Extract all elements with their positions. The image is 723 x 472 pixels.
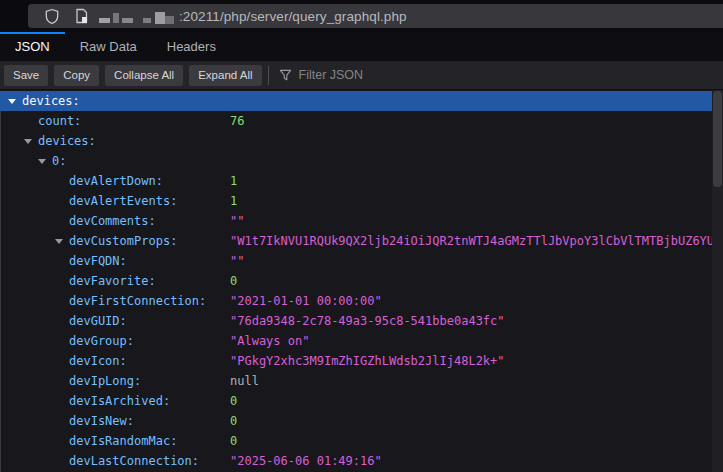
filter-json-placeholder: Filter JSON xyxy=(299,68,364,82)
json-value: 76 xyxy=(230,114,244,128)
vertical-scrollbar[interactable] xyxy=(712,90,723,472)
json-row-devGUID[interactable]: devGUID:"76da9348-2c78-49a3-95c8-541bbe0… xyxy=(0,311,712,331)
json-row-devIsArchived[interactable]: devIsArchived:0 xyxy=(0,391,712,411)
browser-toolbar: :20211/php/server/query_graphql.php xyxy=(0,0,723,32)
json-value: "" xyxy=(230,214,244,228)
json-row-devIsRandomMac[interactable]: devIsRandomMac:0 xyxy=(0,431,712,451)
filter-json-input[interactable]: Filter JSON xyxy=(277,68,723,82)
json-value: "2021-01-01 00:00:00" xyxy=(230,294,382,308)
json-key: count: xyxy=(38,114,81,128)
active-tab-indicator xyxy=(0,32,65,34)
json-row-devIsNew[interactable]: devIsNew:0 xyxy=(0,411,712,431)
copy-button[interactable]: Copy xyxy=(54,65,99,86)
json-row-count[interactable]: count:76 xyxy=(0,111,712,131)
page-document-icon[interactable] xyxy=(74,8,89,24)
json-value: 0 xyxy=(230,394,237,408)
save-button[interactable]: Save xyxy=(4,65,48,86)
json-viewer-toolbar: Save Copy Collapse All Expand All Filter… xyxy=(0,61,723,90)
browser-window: :20211/php/server/query_graphql.php JSON… xyxy=(0,0,723,472)
json-key: devCustomProps: xyxy=(69,234,177,248)
json-key: devIpLong: xyxy=(69,374,141,388)
json-value: 0 xyxy=(230,414,237,428)
json-row-devAlertDown[interactable]: devAlertDown:1 xyxy=(0,171,712,191)
json-row-devComments[interactable]: devComments:"" xyxy=(0,211,712,231)
json-value: "76da9348-2c78-49a3-95c8-541bbe0a43fc" xyxy=(230,314,505,328)
tab-raw-data-label: Raw Data xyxy=(80,39,137,54)
redacted-host-pixelation xyxy=(99,8,177,24)
json-value: null xyxy=(230,374,259,388)
json-value: 0 xyxy=(230,274,237,288)
expand-all-button[interactable]: Expand All xyxy=(189,65,261,86)
json-key: devices: xyxy=(22,94,80,108)
json-row-devCustomProps[interactable]: devCustomProps:"W1t7IkNVU1RQUk9QX2ljb24i… xyxy=(0,231,712,251)
json-key: devIcon: xyxy=(69,354,127,368)
json-tree-panel: devices:count:76devices:0:devAlertDown:1… xyxy=(0,90,723,472)
json-value: "PGkgY2xhc3M9ImZhIGZhLWdsb2JlIj48L2k+" xyxy=(230,354,505,368)
json-row-devFQDN[interactable]: devFQDN:"" xyxy=(0,251,712,271)
json-row-devFavorite[interactable]: devFavorite:0 xyxy=(0,271,712,291)
json-key: devComments: xyxy=(69,214,156,228)
json-key: devLastConnection: xyxy=(69,454,199,468)
json-key: devAlertEvents: xyxy=(69,194,177,208)
tab-headers[interactable]: Headers xyxy=(152,32,231,61)
toolbar-separator xyxy=(268,66,269,85)
url-bar[interactable]: :20211/php/server/query_graphql.php xyxy=(28,4,723,28)
json-row-devFirstConnection[interactable]: devFirstConnection:"2021-01-01 00:00:00" xyxy=(0,291,712,311)
json-key: devFQDN: xyxy=(69,254,127,268)
json-row-devices[interactable]: devices: xyxy=(0,91,712,111)
url-text: :20211/php/server/query_graphql.php xyxy=(179,9,407,24)
collapse-all-button[interactable]: Collapse All xyxy=(105,65,183,86)
tab-raw-data[interactable]: Raw Data xyxy=(65,32,152,61)
json-row-devAlertEvents[interactable]: devAlertEvents:1 xyxy=(0,191,712,211)
json-row-devIpLong[interactable]: devIpLong:null xyxy=(0,371,712,391)
json-value: "W1t7IkNVU1RQUk9QX2ljb24iOiJQR2tnWTJ4aGM… xyxy=(230,234,723,248)
scrollbar-thumb[interactable] xyxy=(713,91,722,187)
tab-json[interactable]: JSON xyxy=(0,32,65,61)
json-value: "" xyxy=(230,254,244,268)
json-value: 1 xyxy=(230,194,237,208)
tab-headers-label: Headers xyxy=(167,39,216,54)
json-key: devFavorite: xyxy=(69,274,156,288)
json-row-devIcon[interactable]: devIcon:"PGkgY2xhc3M9ImZhIGZhLWdsb2JlIj4… xyxy=(0,351,712,371)
json-value: "2025-06-06 01:49:16" xyxy=(230,454,382,468)
json-key: devGroup: xyxy=(69,334,134,348)
json-key: devAlertDown: xyxy=(69,174,163,188)
json-row-devGroup[interactable]: devGroup:"Always on" xyxy=(0,331,712,351)
json-value: 1 xyxy=(230,174,237,188)
tab-json-label: JSON xyxy=(15,39,50,54)
expand-collapse-twisty-icon[interactable] xyxy=(38,159,46,164)
json-key: devFirstConnection: xyxy=(69,294,206,308)
json-value: 0 xyxy=(230,434,237,448)
json-viewer-tabbar: JSON Raw Data Headers xyxy=(0,32,723,61)
expand-collapse-twisty-icon[interactable] xyxy=(24,139,32,144)
expand-collapse-twisty-icon[interactable] xyxy=(55,239,63,244)
funnel-filter-icon xyxy=(279,69,292,82)
json-row-devLastConnection[interactable]: devLastConnection:"2025-06-06 01:49:16" xyxy=(0,451,712,471)
json-key: devIsRandomMac: xyxy=(69,434,177,448)
json-key: devices: xyxy=(38,134,96,148)
json-row-devices[interactable]: devices: xyxy=(0,131,712,151)
json-key: devIsNew: xyxy=(69,414,134,428)
expand-collapse-twisty-icon[interactable] xyxy=(8,99,16,104)
tracking-protection-shield-icon[interactable] xyxy=(44,8,60,25)
json-key: devGUID: xyxy=(69,314,127,328)
json-key: devIsArchived: xyxy=(69,394,170,408)
json-key: 0: xyxy=(52,154,66,168)
panel-left-edge xyxy=(0,111,1,472)
json-value: "Always on" xyxy=(230,334,309,348)
json-row-0[interactable]: 0: xyxy=(0,151,712,171)
